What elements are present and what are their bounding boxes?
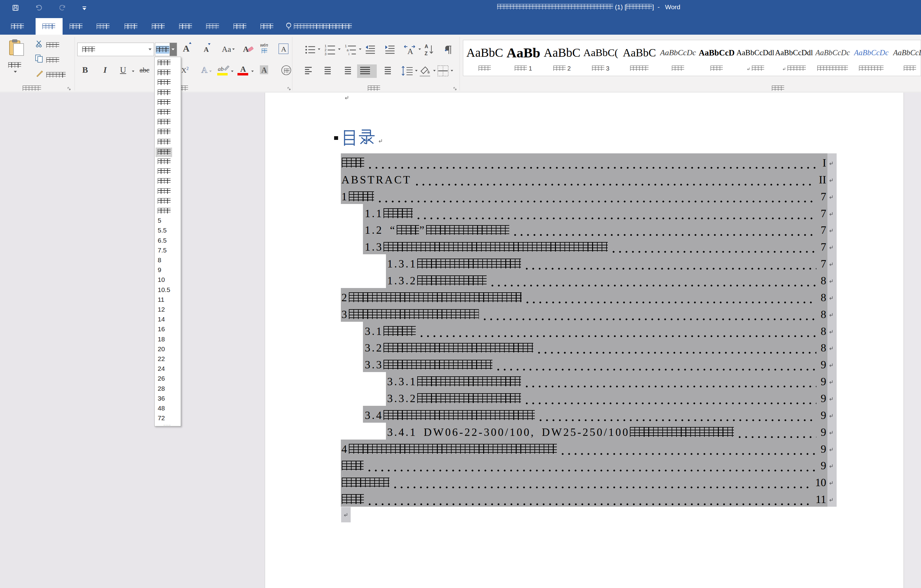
svg-text:1: 1 (345, 44, 347, 48)
svg-text:Z: Z (425, 51, 428, 56)
svg-text:1: 1 (325, 44, 326, 48)
svg-text:i: i (348, 52, 349, 56)
svg-text:3: 3 (325, 52, 326, 56)
svg-text:A: A (407, 47, 413, 56)
svg-text:2: 2 (325, 48, 326, 52)
svg-text:a: a (347, 48, 349, 52)
svg-text:A: A (425, 44, 428, 49)
